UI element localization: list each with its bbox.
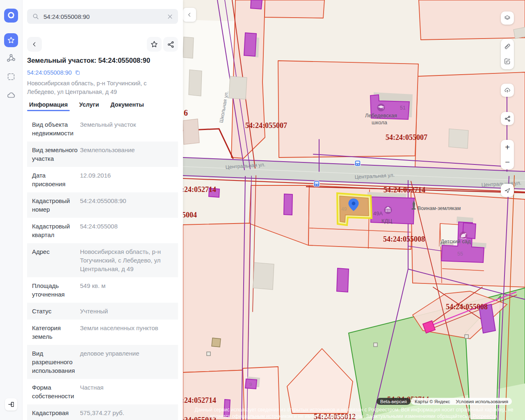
table-row: Форма собственностиЧастная — [27, 379, 178, 404]
svg-text:54:24:055007: 54:24:055007 — [386, 133, 427, 142]
svg-text:6: 6 — [184, 108, 188, 117]
upload-button[interactable] — [501, 84, 514, 97]
table-row: АдресНовосибирская область, р-н Тогучинс… — [27, 243, 178, 277]
table-row: Вид разрешенного использованияделовое уп… — [27, 345, 178, 379]
table-row: Вид земельного участкаЗемлепользование — [27, 142, 178, 167]
back-button[interactable] — [27, 37, 42, 52]
tab-information[interactable]: Информация — [29, 101, 68, 111]
terms-of-use-link[interactable]: Условия использования — [456, 399, 508, 404]
search-input[interactable]: 54:24:055008:90 — [27, 9, 178, 24]
map-graphics: Центральная ул. Центральная ул. Централь… — [183, 0, 525, 420]
bus-stop-icon — [314, 181, 320, 187]
app-logo-icon[interactable] — [4, 9, 18, 23]
svg-text:Лебедевская: Лебедевская — [365, 112, 397, 119]
table-row: Дата присвоения12.09.2016 — [27, 167, 178, 192]
tab-services[interactable]: Услуги — [79, 101, 99, 111]
sidebar-item-area-select[interactable] — [6, 72, 16, 82]
svg-text:49: 49 — [341, 206, 347, 212]
cadastral-number-link[interactable]: 54:24:055008:90 — [27, 69, 72, 76]
svg-text:55: 55 — [457, 251, 463, 257]
svg-text:51: 51 — [400, 105, 406, 111]
svg-text:54:24:052714: 54:24:052714 — [383, 186, 425, 194]
disclaimer-line: является официальным источником и не име… — [183, 413, 525, 419]
school-icon — [377, 104, 385, 112]
svg-text:54:24:055007: 54:24:055007 — [245, 121, 287, 130]
sidebar-item-cloud[interactable] — [6, 90, 16, 100]
table-row: Площадь уточненная549 кв. м — [27, 277, 178, 303]
svg-text:9: 9 — [249, 382, 252, 387]
sidebar-item-graph-nodes[interactable] — [6, 53, 16, 63]
svg-text:школа: школа — [372, 119, 388, 126]
svg-text:49А: 49А — [373, 210, 383, 217]
collapse-panel-button[interactable] — [183, 8, 196, 22]
svg-text:КДЦ: КДЦ — [381, 218, 392, 224]
sign-in-icon[interactable] — [5, 398, 17, 411]
bus-stop-icon — [355, 160, 361, 166]
zoom-in-button[interactable]: + — [501, 140, 514, 155]
clear-search-icon[interactable] — [167, 14, 173, 20]
object-address: Новосибирская область, р-н Тогучинский, … — [27, 79, 176, 96]
sidebar-item-favorites[interactable] — [4, 33, 18, 47]
page-title: Земельный участок: 54:24:055008:90 — [27, 57, 179, 64]
app-window: 54:24:055008:90 Земельный участок: 54:24… — [0, 0, 525, 420]
tab-documents[interactable]: Документы — [110, 101, 144, 111]
left-rail — [0, 0, 23, 420]
map-share-button[interactable] — [501, 112, 514, 125]
table-row: Категория земельЗемли населенных пунктов — [27, 320, 178, 345]
table-row: Кадастровый квартал54:24:055008 — [27, 218, 178, 243]
svg-text:54:24:055008: 54:24:055008 — [383, 235, 425, 243]
details-panel: 54:24:055008:90 Земельный участок: 54:24… — [23, 0, 183, 420]
beta-badge: Beta-версия — [377, 398, 411, 405]
table-row: СтатусУчтенный — [27, 303, 178, 320]
edit-button[interactable] — [501, 54, 514, 68]
ruler-button[interactable] — [501, 39, 514, 54]
map-canvas[interactable]: Центральная ул. Центральная ул. Централь… — [183, 0, 525, 420]
info-table: Вид объекта недвижимостиЗемельный участо… — [27, 116, 178, 420]
search-value[interactable]: 54:24:055008:90 — [43, 13, 167, 20]
share-button[interactable] — [163, 37, 178, 52]
disclaimer-line: Данный сервис использует сведения из отк… — [183, 407, 525, 413]
svg-text:54:24:052714: 54:24:052714 — [183, 185, 216, 194]
map-attribution: Карты © Яндекс Условия использования — [411, 398, 512, 405]
maps-copyright: Карты © Яндекс — [415, 399, 450, 404]
locate-button[interactable] — [501, 184, 514, 197]
tab-bar: Информация Услуги Документы — [29, 101, 144, 111]
search-icon — [32, 13, 39, 20]
favorite-button[interactable] — [147, 37, 162, 52]
svg-text:Детский сад: Детский сад — [441, 238, 470, 244]
zoom-control-group: + − — [501, 140, 514, 169]
museum-icon — [384, 206, 392, 214]
measure-draw-group — [501, 39, 514, 69]
copy-icon[interactable] — [75, 70, 80, 75]
svg-text:54:24:055008: 54:24:055008 — [446, 303, 488, 311]
layers-button[interactable] — [501, 11, 514, 25]
table-row: Кадастровая стоимость575,374.27 руб. — [27, 404, 178, 420]
svg-text:54:24:055004: 54:24:055004 — [183, 211, 197, 219]
table-row: Кадастровый номер54:24:055008:90 — [27, 192, 178, 218]
zoom-out-button[interactable]: − — [501, 155, 514, 169]
table-row: Вид объекта недвижимостиЗемельный участо… — [27, 116, 178, 142]
svg-text:54:24:052714: 54:24:052714 — [183, 396, 216, 404]
svg-text:Воинам-землякам: Воинам-землякам — [418, 205, 461, 211]
